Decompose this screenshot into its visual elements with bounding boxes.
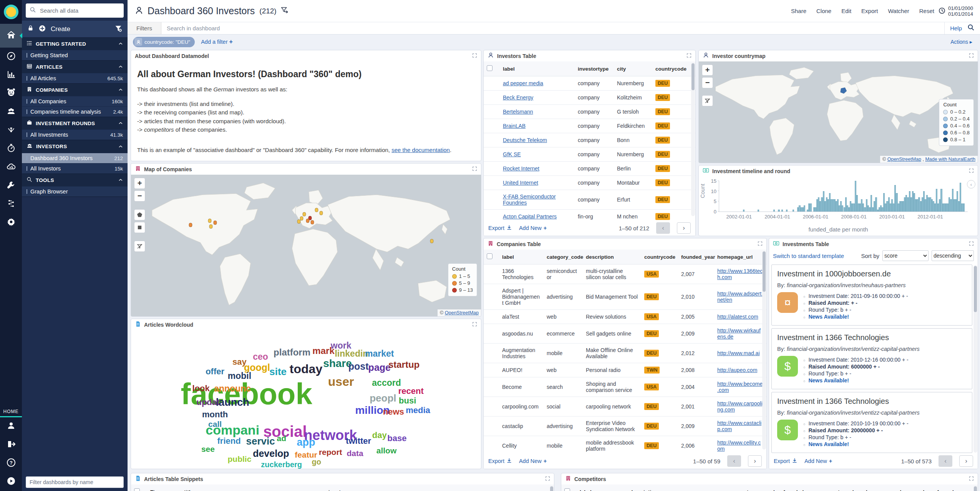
cell-link[interactable]: http://www.wirkaufens.de — [717, 327, 761, 340]
rail-home-label[interactable]: HOME — [0, 407, 22, 417]
header-menu-reset[interactable]: Reset — [919, 8, 934, 14]
countrycode-badge[interactable]: DEU — [644, 442, 659, 449]
company-map-marker[interactable] — [310, 220, 314, 224]
sidebar-item-all-investors[interactable]: All Investors15k — [22, 163, 128, 174]
company-map-marker[interactable] — [315, 208, 318, 212]
wordcloud-word[interactable]: say — [232, 357, 247, 367]
wordcloud-word[interactable]: updat — [196, 397, 219, 407]
expand-icon[interactable] — [969, 476, 974, 483]
column-header[interactable]: homepage_url — [714, 250, 766, 265]
cell-link[interactable]: http://www.mad.ai — [717, 350, 760, 356]
table-row[interactable]: 1366 Technologiessemiconductormulti-crys… — [484, 265, 766, 284]
filters-button[interactable]: Filters — [128, 22, 161, 34]
timeline-chart[interactable]: 0510152002-01-012004-01-012006-01-012008… — [719, 181, 968, 212]
news-available-link[interactable]: News Available! — [808, 314, 849, 320]
countrycode-badge[interactable]: TWN — [644, 367, 660, 374]
countrycode-badge[interactable]: DEU — [644, 350, 659, 357]
column-header[interactable]: description — [583, 250, 641, 265]
cell-link[interactable]: http://www.become.com — [717, 381, 763, 393]
wordcloud-word[interactable]: base — [387, 433, 406, 443]
wordcloud-word[interactable]: today — [290, 362, 322, 376]
cell-link[interactable]: Rocket Internet — [503, 165, 539, 172]
company-map-marker[interactable] — [319, 211, 323, 215]
filter-export-icon[interactable] — [280, 6, 289, 16]
table-row[interactable]: GfK SEcompanyNurembergDEU — [484, 147, 695, 162]
company-map-marker[interactable] — [213, 221, 217, 225]
sidebar-item-dashboard-360-investors[interactable]: Dashboard 360 Investors212 — [22, 153, 128, 163]
column-header[interactable]: description — [627, 484, 738, 491]
cell-link[interactable]: X-FAB Semiconductor Foundries — [503, 193, 556, 206]
column-header[interactable]: homepage_url — [863, 484, 909, 491]
table-row[interactable]: asgoodas.nuecommerceSell gadgets onlineD… — [484, 324, 766, 344]
wordcloud-word[interactable]: peopl — [370, 392, 396, 404]
wordcloud-word[interactable]: site — [269, 366, 287, 378]
expand-icon[interactable] — [472, 166, 477, 173]
wordcloud-word[interactable]: zuckerberg — [261, 460, 302, 469]
cell-link[interactable]: BrainLAB — [503, 123, 526, 129]
wordcloud-word[interactable]: news — [383, 407, 404, 417]
column-header[interactable]: countrycode — [822, 484, 863, 491]
countrycode-badge[interactable]: DEU — [655, 165, 670, 172]
table-row[interactable]: Cellitymobilemobile addressbook platform… — [484, 436, 766, 454]
collapse-chevron-icon[interactable]: ‹ — [967, 180, 975, 188]
header-menu-export[interactable]: Export — [861, 8, 878, 14]
rail-logout-button[interactable] — [0, 436, 22, 454]
sidebar-section-getting-started[interactable]: GETTING STARTED — [22, 38, 128, 50]
header-menu-edit[interactable]: Edit — [841, 8, 851, 14]
table-row[interactable]: X-FAB Semiconductor FoundriescompanyErfu… — [484, 190, 695, 210]
wordcloud-word[interactable]: report — [319, 448, 342, 457]
rail-settings-button[interactable] — [0, 213, 22, 232]
zoom-in-button[interactable]: + — [134, 178, 145, 189]
help-link[interactable]: Help — [950, 25, 962, 31]
table-row[interactable]: BertelsmanncompanyG terslohDEU — [484, 105, 695, 119]
search-submit-icon[interactable] — [967, 24, 975, 33]
countrycode-badge[interactable]: DEU — [655, 151, 670, 158]
expand-icon[interactable] — [472, 321, 477, 328]
rail-people-button[interactable] — [0, 103, 22, 121]
sidebar-item-all-articles[interactable]: All Articles645.5k — [22, 73, 128, 83]
company-map-marker[interactable] — [306, 218, 310, 223]
sidebar-item-getting-started[interactable]: Getting Started — [22, 50, 128, 60]
header-menu-clone[interactable]: Clone — [816, 8, 831, 14]
rail-user-button[interactable] — [0, 417, 22, 436]
openstreetmap-link[interactable]: OpenStreetMap — [445, 310, 479, 316]
column-header[interactable]: number_of_employees — [909, 484, 974, 491]
table-row[interactable]: United InternetcompanyMontaburDEU — [484, 176, 695, 190]
company-map-marker[interactable] — [209, 224, 212, 228]
countrycode-badge[interactable]: DEU — [655, 122, 670, 129]
investment-card[interactable]: Investment in 1366 TechnologiesBy: finan… — [771, 392, 972, 453]
timeline-bar[interactable] — [804, 205, 805, 212]
add-new-button[interactable]: Add New+ — [804, 458, 832, 464]
countrycode-badge[interactable]: DEU — [644, 293, 659, 300]
cell-link[interactable]: Beck Energy — [503, 94, 533, 101]
wordcloud-word[interactable]: page — [368, 362, 391, 373]
zoom-out-button[interactable]: − — [134, 190, 145, 202]
wordcloud-word[interactable]: share — [323, 357, 352, 370]
export-button[interactable]: Export — [774, 458, 798, 465]
wordcloud-word[interactable]: data — [347, 449, 363, 458]
export-button[interactable]: Export — [488, 458, 512, 465]
expand-icon[interactable] — [969, 241, 974, 248]
sidebar-section-tools[interactable]: TOOLS — [22, 174, 128, 186]
countrycode-badge[interactable]: DEU — [655, 213, 670, 220]
countrycode-badge[interactable]: USA — [644, 271, 659, 278]
documentation-link[interactable]: see the documentation — [391, 147, 450, 153]
wordcloud-word[interactable]: linkedin — [335, 349, 368, 359]
expand-icon[interactable] — [969, 53, 974, 60]
company-map-marker[interactable] — [297, 219, 301, 223]
search-all-data-input[interactable] — [39, 7, 120, 14]
wordcloud-word[interactable]: accord — [372, 378, 401, 388]
rail-graph-button[interactable] — [0, 121, 22, 140]
scrollbar[interactable] — [550, 486, 554, 491]
sidebar-item-graph-browser[interactable]: Graph Browser — [22, 186, 128, 197]
header-menu-share[interactable]: Share — [791, 8, 806, 14]
wordcloud-word[interactable]: media — [406, 405, 430, 415]
table-row[interactable]: BecomesearchShoping and comparison servi… — [484, 377, 766, 397]
column-header[interactable]: source — [277, 484, 319, 491]
companies-map[interactable]: + − Count 1 – 55 – 99 – 13 © OpenStreetM… — [131, 175, 481, 316]
cell-link[interactable]: GfK SE — [503, 151, 521, 157]
wordcloud-word[interactable]: friend — [217, 436, 241, 446]
expand-icon[interactable] — [969, 168, 974, 175]
rail-cloud-button[interactable] — [0, 158, 22, 177]
rail-play-button[interactable] — [0, 473, 22, 491]
